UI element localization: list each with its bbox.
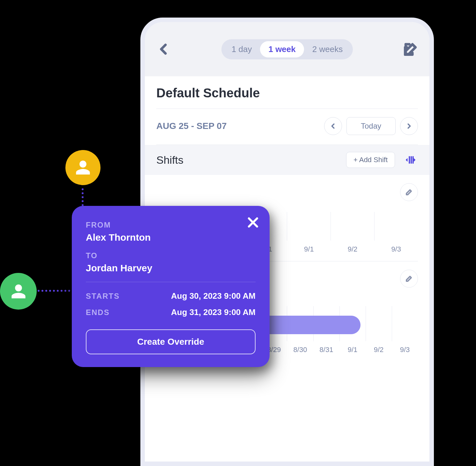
svg-rect-1 <box>411 156 412 164</box>
avatar-green <box>0 273 37 310</box>
from-value: Alex Thornton <box>86 232 256 243</box>
edit-shift-2-button[interactable] <box>400 270 418 288</box>
close-icon[interactable] <box>246 215 260 229</box>
timeline-zoom-icon[interactable] <box>403 153 418 167</box>
segment-1week[interactable]: 1 week <box>260 41 304 57</box>
today-button[interactable]: Today <box>346 117 396 135</box>
starts-value: Aug 30, 2023 9:00 AM <box>171 291 256 301</box>
override-popup: FROM Alex Thornton TO Jordan Harvey STAR… <box>72 206 270 367</box>
date-tick: 9/2 <box>331 245 375 253</box>
date-tick: 9/3 <box>374 245 418 253</box>
date-range: AUG 25 - SEP 07 <box>156 121 227 132</box>
create-override-button[interactable]: Create Override <box>86 329 256 354</box>
next-range-button[interactable] <box>400 117 418 135</box>
segment-1day[interactable]: 1 day <box>223 41 260 57</box>
date-tick: 9/1 <box>287 245 331 253</box>
date-tick: 9/1 <box>339 346 366 354</box>
schedule-title: Default Schedule <box>156 86 418 109</box>
date-tick: 9/3 <box>392 346 418 354</box>
svg-rect-0 <box>409 156 410 164</box>
to-label: TO <box>86 251 256 260</box>
shifts-heading: Shifts <box>156 154 183 166</box>
avatar-yellow <box>65 150 100 185</box>
ends-label: ENDS <box>86 308 110 317</box>
back-icon[interactable] <box>156 42 171 56</box>
to-value: Jordan Harvey <box>86 263 256 274</box>
date-tick: 8/30 <box>287 346 313 354</box>
from-label: FROM <box>86 221 256 229</box>
segment-2weeks[interactable]: 2 weeks <box>304 41 351 57</box>
compose-icon[interactable] <box>403 42 418 56</box>
svg-rect-2 <box>413 156 414 164</box>
prev-range-button[interactable] <box>324 117 342 135</box>
add-shift-button[interactable]: + Add Shift <box>346 152 395 168</box>
shifts-header: Shifts + Add Shift <box>145 145 429 175</box>
date-tick: 8/31 <box>313 346 339 354</box>
starts-label: STARTS <box>86 292 120 301</box>
range-segmented-control: 1 day 1 week 2 weeks <box>221 39 353 59</box>
date-tick: 9/2 <box>366 346 392 354</box>
edit-shift-1-button[interactable] <box>400 183 418 201</box>
topbar: 1 day 1 week 2 weeks <box>145 22 429 76</box>
date-nav-row: AUG 25 - SEP 07 Today <box>156 109 418 145</box>
ends-value: Aug 31, 2023 9:00 AM <box>171 307 256 317</box>
